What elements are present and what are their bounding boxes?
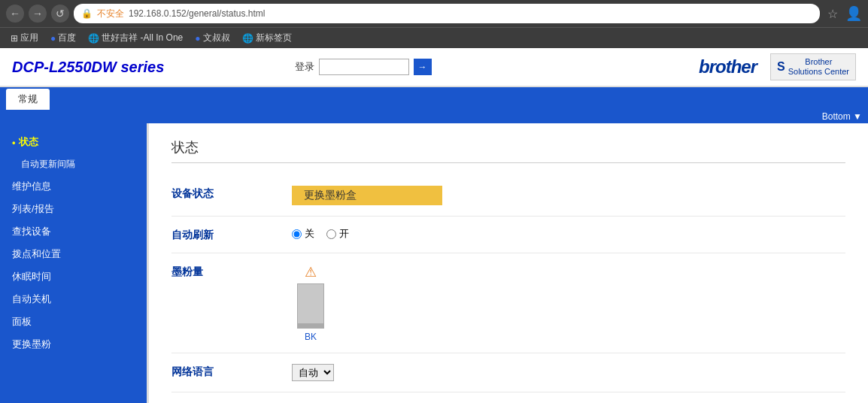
sidebar-item-auto-update[interactable]: 自动更新间隔 bbox=[0, 153, 147, 175]
login-area: 登录 → bbox=[295, 59, 432, 75]
bookmark-newtab[interactable]: 🌐 新标签页 bbox=[238, 30, 296, 46]
content-area: 状态 设备状态 更换墨粉盒 自动刷新 关 开 bbox=[147, 123, 868, 403]
sidebar-item-reports[interactable]: 列表/报告 bbox=[0, 198, 147, 220]
sidebar-item-maintenance[interactable]: 维护信息 bbox=[0, 175, 147, 198]
auto-refresh-value: 关 开 bbox=[292, 227, 845, 241]
tab-general[interactable]: 常规 bbox=[6, 89, 50, 110]
bottom-bar[interactable]: Bottom ▼ bbox=[0, 110, 868, 123]
solutions-center-button[interactable]: S BrotherSolutions Center bbox=[770, 53, 856, 80]
bottom-bar-label: Bottom ▼ bbox=[822, 111, 862, 122]
radio-on-text: 开 bbox=[339, 227, 349, 241]
reload-button[interactable]: ↺ bbox=[51, 5, 69, 23]
toner-value: ⚠ BK bbox=[292, 264, 845, 342]
login-input[interactable] bbox=[319, 59, 409, 75]
toner-bk-label: BK bbox=[305, 332, 317, 342]
wenlasha-icon: ● bbox=[195, 33, 200, 44]
apps-icon: ⊞ bbox=[11, 33, 18, 44]
radio-on-input[interactable] bbox=[326, 229, 336, 239]
address-bar[interactable]: 🔒 不安全 192.168.0.152/general/status.html bbox=[74, 4, 820, 23]
toner-bar-outer bbox=[297, 283, 324, 329]
baidu-icon: ● bbox=[50, 33, 56, 44]
bookmark-star-icon[interactable]: ☆ bbox=[827, 7, 838, 21]
language-select[interactable]: 自动 bbox=[292, 364, 334, 381]
bookmark-baidu[interactable]: ● 百度 bbox=[46, 30, 80, 46]
device-status-value: 更换墨粉盒 bbox=[292, 186, 845, 205]
toner-label: 墨粉量 bbox=[171, 264, 292, 279]
toner-bar-inner bbox=[298, 323, 323, 328]
solutions-center-icon: S bbox=[777, 60, 785, 74]
auto-refresh-label: 自动刷新 bbox=[171, 227, 292, 242]
auto-refresh-row: 自动刷新 关 开 bbox=[171, 217, 845, 253]
toner-warning-icon: ⚠ bbox=[305, 264, 317, 280]
main-layout: 状态 自动更新间隔 维护信息 列表/报告 查找设备 拨点和位置 休眠时间 自动关… bbox=[0, 123, 868, 403]
toner-row: 墨粉量 ⚠ BK bbox=[171, 253, 845, 353]
brother-logo: brother bbox=[699, 56, 757, 77]
url-text: 192.168.0.152/general/status.html bbox=[129, 8, 265, 19]
sidebar: 状态 自动更新间隔 维护信息 列表/报告 查找设备 拨点和位置 休眠时间 自动关… bbox=[0, 123, 147, 403]
status-badge: 更换墨粉盒 bbox=[292, 186, 442, 205]
page-header: DCP-L2550DW series 登录 → brother S Brothe… bbox=[0, 48, 868, 87]
radio-off-label[interactable]: 关 bbox=[292, 227, 314, 241]
sidebar-item-contacts[interactable]: 拨点和位置 bbox=[0, 243, 147, 265]
language-value: 自动 bbox=[292, 364, 845, 381]
auto-refresh-radio-group: 关 开 bbox=[292, 227, 845, 241]
language-label: 网络语言 bbox=[171, 364, 292, 379]
device-title: DCP-L2550DW series bbox=[12, 59, 280, 76]
radio-on-label[interactable]: 开 bbox=[326, 227, 349, 241]
bookmark-wenlasha[interactable]: ● 文叔叔 bbox=[190, 30, 234, 46]
sidebar-item-replace-toner[interactable]: 更换墨粉 bbox=[0, 333, 147, 356]
location-row: 设备位置 联系人： bbox=[171, 392, 845, 403]
page-title: 状态 bbox=[171, 138, 845, 163]
globe-icon: 🌐 bbox=[88, 33, 99, 44]
security-label: 不安全 bbox=[97, 8, 124, 20]
solutions-center-label: BrotherSolutions Center bbox=[788, 57, 849, 77]
sidebar-item-status[interactable]: 状态 bbox=[0, 131, 147, 153]
login-label: 登录 bbox=[295, 60, 314, 74]
user-account-icon[interactable]: 👤 bbox=[845, 5, 862, 22]
browser-chrome: ← → ↺ 🔒 不安全 192.168.0.152/general/status… bbox=[0, 0, 868, 27]
forward-button[interactable]: → bbox=[29, 5, 47, 23]
bookmark-apps[interactable]: ⊞ 应用 bbox=[6, 30, 43, 46]
back-button[interactable]: ← bbox=[6, 5, 24, 23]
sidebar-item-sleep[interactable]: 休眠时间 bbox=[0, 265, 147, 288]
nav-tabs: 常规 bbox=[0, 87, 868, 110]
radio-off-input[interactable] bbox=[292, 229, 302, 239]
device-status-row: 设备状态 更换墨粉盒 bbox=[171, 175, 845, 217]
bookmarks-bar: ⊞ 应用 ● 百度 🌐 世好吉祥 -All In One ● 文叔叔 🌐 新标签… bbox=[0, 27, 868, 48]
radio-off-text: 关 bbox=[305, 227, 314, 241]
bookmark-shijihao[interactable]: 🌐 世好吉祥 -All In One bbox=[83, 30, 187, 46]
toner-container: ⚠ BK bbox=[292, 264, 329, 342]
device-status-label: 设备状态 bbox=[171, 186, 292, 201]
newtab-globe-icon: 🌐 bbox=[242, 33, 253, 44]
sidebar-item-auto-off[interactable]: 自动关机 bbox=[0, 288, 147, 311]
language-row: 网络语言 自动 bbox=[171, 353, 845, 392]
sidebar-item-panel[interactable]: 面板 bbox=[0, 311, 147, 333]
security-warning-icon: 🔒 bbox=[81, 8, 93, 19]
login-button[interactable]: → bbox=[414, 59, 432, 75]
sidebar-item-find-device[interactable]: 查找设备 bbox=[0, 220, 147, 243]
